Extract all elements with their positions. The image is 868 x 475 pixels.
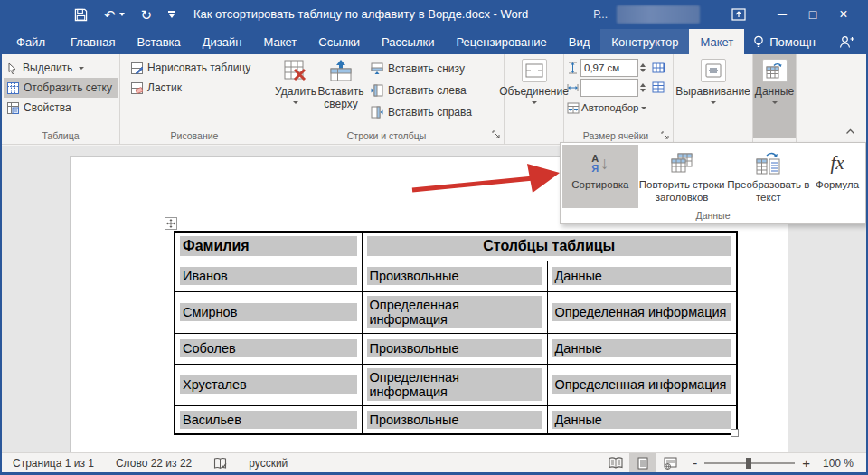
table-cell[interactable]: Произвольные [362,405,547,434]
repeat-header-rows-menu-item[interactable]: Повторить строки заголовков [638,145,726,208]
row-height-field[interactable] [580,59,638,77]
word-count[interactable]: Слово 22 из 22 [105,457,203,470]
zoom-slider[interactable] [704,462,795,464]
word-window: ↶ ↻ Как отсортировать таблицу по алфавит… [0,0,868,475]
insert-above-button[interactable]: Вставить сверху [318,54,363,138]
undo-icon[interactable]: ↶ [104,8,125,22]
table-cell[interactable]: Произвольные [362,261,547,291]
close-button[interactable]: × [828,0,859,29]
tab-review[interactable]: Рецензирование [445,29,557,54]
table-cell[interactable]: Определенная информация [362,291,547,333]
insert-left-icon [371,84,383,97]
tab-file[interactable]: Файл [2,29,60,54]
zoom-in-button[interactable]: + [802,456,810,470]
web-layout-icon [664,457,677,470]
zoom-out-button[interactable]: - [693,456,697,470]
annotation-arrow [400,158,567,200]
insert-below-button[interactable]: Вставить снизу [367,59,476,79]
tab-design[interactable]: Дизайн [192,29,253,54]
share-contact-icon[interactable] [828,29,865,54]
table-header-cell[interactable]: Фамилия [175,232,362,261]
table-cell[interactable]: Определенная информация [362,364,547,405]
tab-layout[interactable]: Макет [252,29,307,54]
proofing-status[interactable] [203,457,238,470]
insert-left-button[interactable]: Вставить слева [367,81,476,100]
sort-menu-item[interactable]: АЯ ↓ Сортировка [562,145,638,208]
move-icon [166,219,175,228]
tab-table-design[interactable]: Конструктор [600,29,689,54]
tell-me-help[interactable]: Помощн [744,29,825,54]
delete-table-icon [284,59,307,82]
delete-button[interactable]: Удалить [273,54,318,138]
merge-icon [522,59,547,82]
save-icon[interactable] [74,8,88,22]
table-header-cell[interactable]: Столбцы таблицы [362,232,737,261]
data-button-pressed[interactable]: Данные [753,54,796,138]
table-cell[interactable]: Хрусталев [175,364,362,405]
zoom-slider-thumb[interactable] [746,458,751,469]
table-cell[interactable]: Определенная информация [547,291,737,333]
group-cell-size: Автоподбор Размер ячейки [564,54,674,144]
column-width-field[interactable] [580,79,638,97]
print-layout-button[interactable] [629,453,656,472]
tab-table-layout-active[interactable]: Макет [689,29,744,54]
insert-left-label: Вставить слева [388,84,467,97]
eraser-button[interactable]: Ластик [127,78,265,98]
tab-insert[interactable]: Вставка [126,29,191,54]
view-gridlines-button[interactable]: Отобразить сетку [4,78,118,98]
table-cell[interactable]: Данные [547,405,737,434]
web-layout-button[interactable] [656,453,684,472]
draw-table-button[interactable]: Нарисовать таблицу [127,58,265,78]
merge-button[interactable]: Объединение [505,54,563,138]
autofit-button[interactable]: Автоподбор [567,98,671,118]
table-cell[interactable]: Соболев [175,333,362,364]
group-table: Выделить Отобразить сетку Свойства Табли… [2,54,120,144]
tab-references[interactable]: Ссылки [307,29,371,54]
table-cell[interactable]: Смирнов [175,291,362,333]
table-cell[interactable]: Данные [547,333,737,364]
column-width-stepper[interactable] [640,83,650,92]
language-status[interactable]: русский [238,457,298,470]
table-cell[interactable]: Васильев [175,405,362,434]
table-cell[interactable]: Иванов [175,261,362,291]
table-move-handle[interactable] [165,217,177,230]
redo-icon[interactable]: ↻ [141,8,153,22]
table-cell[interactable]: Определенная информация [547,364,737,405]
collapse-ribbon-icon[interactable] [845,126,855,137]
alignment-button[interactable]: Выравнивание [674,54,752,138]
read-mode-button[interactable] [602,453,629,472]
group-rows-label: Строки и столбцы [269,130,504,141]
table-cell[interactable]: Произвольные [362,333,547,364]
ribbon-display-options-icon[interactable] [723,0,754,29]
column-width-icon [567,81,579,94]
convert-to-text-label: Преобразовать в текст [725,179,811,204]
distribute-columns-icon [652,62,665,74]
table-resize-handle[interactable] [731,429,739,437]
formula-menu-item[interactable]: fx Формула [811,145,863,208]
select-button[interactable]: Выделить [4,58,118,78]
tab-home[interactable]: Главная [60,29,126,54]
lightbulb-icon [753,35,764,49]
size-dialog-launcher-icon[interactable] [661,130,669,141]
convert-to-text-menu-item[interactable]: Преобразовать в текст [725,145,811,208]
group-draw-label: Рисование [120,130,269,141]
row-height-stepper[interactable] [640,63,650,72]
table-row: Хрусталев Определенная информация Опреде… [175,364,737,405]
customize-qat-icon[interactable] [168,11,175,18]
insert-right-button[interactable]: Вставить справа [367,102,476,122]
draw-table-icon [131,62,143,74]
table-cell[interactable]: Данные [547,261,737,291]
table-row: Васильев Произвольные Данные [175,405,737,434]
properties-button[interactable]: Свойства [4,98,118,118]
ribbon-tabs: Файл Главная Вставка Дизайн Макет Ссылки… [2,29,866,54]
maximize-button[interactable]: □ [797,0,828,29]
minimize-button[interactable]: ─ [767,0,797,29]
page-count[interactable]: Страница 1 из 1 [2,457,105,470]
tab-view[interactable]: Вид [558,29,601,54]
zoom-control: - + [693,456,810,470]
zoom-percentage[interactable]: 100 % [823,457,854,470]
document-table: Фамилия Столбцы таблицы Иванов Произволь… [174,231,738,435]
rows-dialog-launcher-icon[interactable] [492,128,500,141]
tab-mailings[interactable]: Рассылки [371,29,445,54]
cursor-icon [7,62,18,74]
